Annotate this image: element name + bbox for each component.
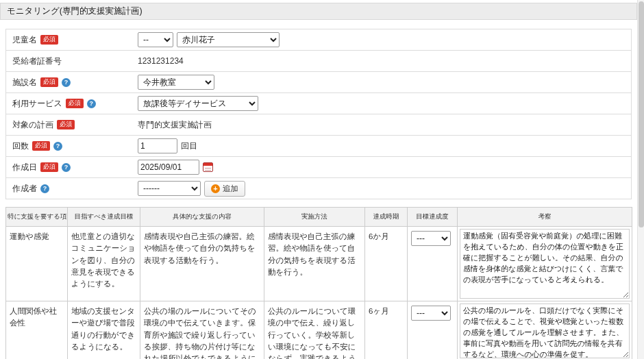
required-badge: 必須 [57,120,75,129]
target-plan-label-cell: 対象の計画 必須 [6,119,138,131]
service-label: 利用サービス [12,98,62,110]
support-cell: 公共の場のルールについてその環境の中で伝えていきます。保育所や施設で繰り返し行っ… [140,301,264,359]
method-cell: 公共のルールについて環境の中で伝え、繰り返し行っていく。学校等新しい環境になって… [264,301,365,359]
required-badge: 必須 [40,77,58,87]
help-icon[interactable]: ? [62,78,71,87]
creator-label: 作成者 [12,183,37,195]
item-cell: 運動や感覚 [6,227,68,301]
creation-date-label: 作成日 [12,162,37,173]
calendar-icon[interactable] [203,162,213,172]
help-icon[interactable]: ? [40,184,49,193]
beneficiary-number-value: 1231231234 [138,56,184,66]
form-row-beneficiary-number: 受給者証番号 1231231234 [6,51,631,72]
form-row-service: 利用サービス 必須 ? 放課後等デイサービス [6,93,631,114]
facility-label: 施設名 [12,77,37,88]
table-row: 人間関係や社会性 地域の支援センターや遊び場で普段通りの行動ができるようになる。… [6,301,632,359]
add-button-label: 追加 [223,184,238,194]
achievement-select[interactable]: --- [411,231,451,246]
col-header-consideration: 考察 [458,208,632,227]
beneficiary-number-label: 受給者証番号 [12,55,62,67]
goal-cell: 他児童との適切なコミュニケーションを図り、自分の意見を表現できるようにする。 [68,227,140,301]
col-header-achievement: 目標達成度 [408,208,458,227]
page: モニタリング(専門的支援実施計画) 児童名 必須 -- 赤川花子 [0,0,644,359]
plus-icon: + [211,184,220,193]
col-header-goal: 目指すべき達成目標 [68,208,140,227]
count-value-cell: 回目 [138,138,197,153]
add-creator-button[interactable]: + 追加 [204,181,245,197]
target-plan-value: 専門的支援実施計画 [138,119,212,131]
child-name-label-cell: 児童名 必須 [6,34,138,46]
creator-label-cell: 作成者 ? [6,183,138,195]
required-badge: 必須 [66,99,84,108]
support-cell: 感情表現や自己主張の練習。絵や物語を使って自分の気持ちを表現する活動を行う。 [140,227,264,301]
form-row-creator: 作成者 ? ------ + 追加 [6,178,631,199]
achievement-cell: --- [408,301,458,359]
page-scrollbar[interactable] [637,0,644,359]
child-name-value-cell: -- 赤川花子 [138,32,280,47]
child-name-prefix-select[interactable]: -- [138,32,173,47]
count-input[interactable] [138,138,177,153]
service-label-cell: 利用サービス 必須 ? [6,98,138,110]
service-value-cell: 放課後等デイサービス [138,96,258,111]
child-name-label: 児童名 [12,34,37,46]
col-header-support: 具体的な支援の内容 [140,208,264,227]
consideration-textarea[interactable]: 公共の場のルールを、口頭だけでなく実際にその場で伝えることで、視覚や聴覚といった… [460,304,630,358]
beneficiary-number-value-cell: 1231231234 [138,56,184,66]
required-badge: 必須 [32,141,50,151]
page-title-bar: モニタリング(専門的支援実施計画) [0,3,637,20]
facility-label-cell: 施設名 必須 ? [6,77,138,88]
help-icon[interactable]: ? [62,163,71,172]
table-row: 運動や感覚 他児童との適切なコミュニケーションを図り、自分の意見を表現できるよう… [6,227,632,301]
child-name-select[interactable]: 赤川花子 [177,32,280,47]
page-title: モニタリング(専門的支援実施計画) [7,5,143,17]
creation-date-label-cell: 作成日 必須 ? [6,162,138,173]
achievement-cell: --- [408,227,458,301]
goal-cell: 地域の支援センターや遊び場で普段通りの行動ができるようになる。 [68,301,140,359]
count-suffix: 回目 [181,140,197,152]
form-row-creation-date: 作成日 必須 ? [6,157,631,178]
creation-date-value-cell [138,160,213,175]
monitoring-form: 児童名 必須 -- 赤川花子 受給者証番号 1231231234 [5,29,632,199]
creation-date-input[interactable] [138,160,199,175]
period-cell: 6か月 [365,227,408,301]
item-cell: 人間関係や社会性 [6,301,68,359]
achievement-select[interactable]: --- [411,306,451,321]
consideration-cell: 運動感覚（固有受容覚や前庭覚）の処理に困難を抱えているため、自分の体の位置や動き… [458,227,632,301]
monitoring-table: 特に支援を要する項目 目指すべき達成目標 具体的な支援の内容 実施方法 達成時期… [5,207,632,359]
col-header-method: 実施方法 [264,208,365,227]
form-row-facility: 施設名 必須 ? 今井教室 [6,72,631,93]
method-cell: 感情表現や自己主張の練習。絵や物語を使って自分の気持ちを表現する活動を行う。 [264,227,365,301]
table-header-row: 特に支援を要する項目 目指すべき達成目標 具体的な支援の内容 実施方法 達成時期… [6,208,632,227]
facility-select[interactable]: 今井教室 [138,75,214,90]
beneficiary-number-label-cell: 受給者証番号 [6,55,138,67]
count-label: 回数 [12,140,29,152]
page-scrollbar-thumb[interactable] [639,1,644,227]
period-cell: 6ヶ月 [365,301,408,359]
col-header-period: 達成時期 [365,208,408,227]
facility-value-cell: 今井教室 [138,75,214,90]
required-badge: 必須 [40,35,58,45]
help-icon[interactable]: ? [53,142,62,151]
help-icon[interactable]: ? [87,99,96,108]
target-plan-label: 対象の計画 [12,119,53,131]
consideration-cell: 公共の場のルールを、口頭だけでなく実際にその場で伝えることで、視覚や聴覚といった… [458,301,632,359]
creator-value-cell: ------ + 追加 [138,181,245,197]
required-badge: 必須 [40,162,58,172]
content: モニタリング(専門的支援実施計画) 児童名 必須 -- 赤川花子 [0,3,637,359]
form-row-target-plan: 対象の計画 必須 専門的支援実施計画 [6,114,631,136]
col-header-item: 特に支援を要する項目 [6,208,68,227]
form-row-count: 回数 必須 ? 回目 [6,136,631,157]
service-select[interactable]: 放課後等デイサービス [138,96,258,111]
form-row-child-name: 児童名 必須 -- 赤川花子 [6,29,631,51]
creator-select[interactable]: ------ [138,181,201,196]
target-plan-value-cell: 専門的支援実施計画 [138,119,212,131]
consideration-textarea[interactable]: 運動感覚（固有受容覚や前庭覚）の処理に困難を抱えているため、自分の体の位置や動き… [460,229,630,299]
count-label-cell: 回数 必須 ? [6,140,138,152]
